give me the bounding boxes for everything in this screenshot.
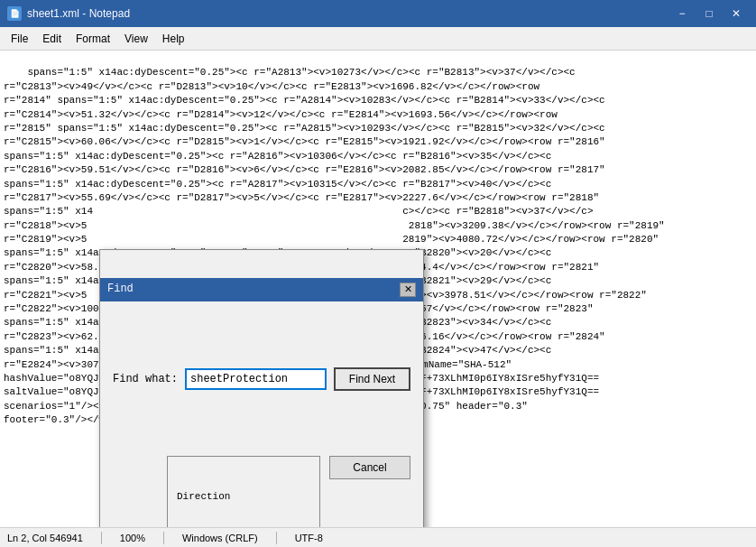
title-bar-left: 📄 sheet1.xml - Notepad (7, 6, 130, 21)
window-title: sheet1.xml - Notepad (27, 7, 130, 20)
direction-label: Direction (177, 490, 310, 504)
menu-format[interactable]: Format (69, 31, 117, 47)
menu-file[interactable]: File (4, 31, 35, 47)
cancel-btn-col: Cancel (329, 428, 410, 507)
title-bar-controls: − □ ✕ (669, 5, 749, 23)
encoding: UTF-8 (295, 533, 323, 543)
find-what-label: Find what: (113, 372, 178, 387)
find-what-row: Find what: Find Next (113, 367, 410, 391)
find-dialog-body: Find what: Find Next Direction Up (100, 329, 423, 527)
zoom-level: 100% (120, 533, 145, 543)
direction-group: Direction Up Down (167, 456, 320, 527)
status-separator-3 (276, 532, 277, 544)
menu-help[interactable]: Help (155, 31, 192, 47)
status-separator-2 (163, 532, 164, 544)
main-window: 📄 sheet1.xml - Notepad − □ ✕ File Edit F… (0, 0, 756, 547)
find-dialog-close-button[interactable]: ✕ (400, 283, 416, 297)
menu-view[interactable]: View (117, 31, 155, 47)
text-editor[interactable]: spans="1:5" x14ac:dyDescent="0.25"><c r=… (0, 51, 756, 527)
maximize-button[interactable]: □ (696, 5, 722, 23)
cancel-button[interactable]: Cancel (329, 456, 410, 479)
find-next-button[interactable]: Find Next (334, 367, 410, 391)
close-button[interactable]: ✕ (724, 5, 749, 23)
find-dialog-title: Find (107, 282, 134, 297)
app-icon: 📄 (7, 6, 22, 21)
menu-bar: File Edit Format View Help (0, 27, 756, 51)
cursor-position: Ln 2, Col 546941 (7, 533, 83, 543)
title-bar: 📄 sheet1.xml - Notepad − □ ✕ (0, 0, 756, 27)
find-dialog-title-bar: Find ✕ (100, 278, 423, 301)
options-section: Direction Up Down (113, 428, 320, 527)
minimize-button[interactable]: − (669, 5, 695, 23)
find-what-input[interactable] (185, 368, 327, 390)
status-separator-1 (101, 532, 102, 544)
line-ending: Windows (CRLF) (182, 533, 258, 543)
menu-edit[interactable]: Edit (35, 31, 69, 47)
status-bar: Ln 2, Col 546941 100% Windows (CRLF) UTF… (0, 527, 756, 547)
find-dialog: Find ✕ Find what: Find Next Direction (99, 249, 424, 527)
